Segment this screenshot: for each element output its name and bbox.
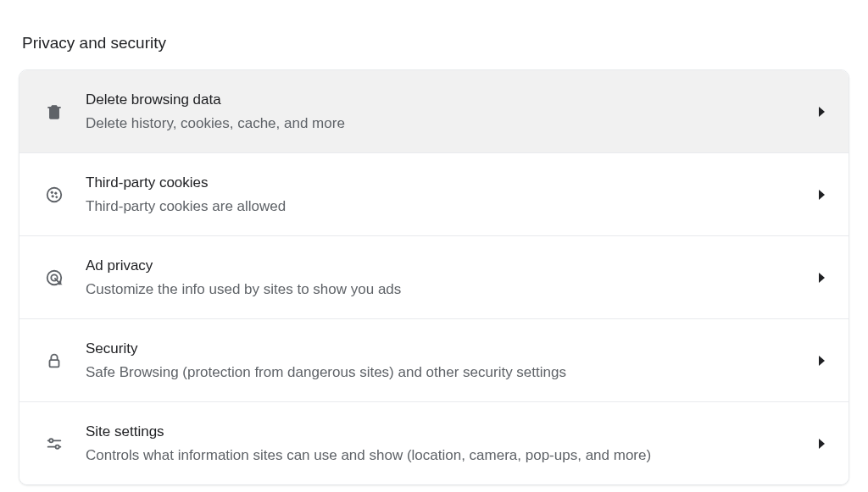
row-text-block: Security Safe Browsing (protection from … — [86, 338, 805, 383]
svg-point-2 — [55, 191, 57, 193]
svg-point-3 — [52, 195, 53, 196]
svg-point-11 — [56, 445, 59, 448]
row-text-block: Delete browsing data Delete history, coo… — [86, 89, 805, 134]
delete-browsing-data-row[interactable]: Delete browsing data Delete history, coo… — [19, 70, 849, 153]
lock-icon — [43, 350, 65, 372]
section-title: Privacy and security — [19, 34, 849, 53]
svg-point-0 — [47, 187, 62, 202]
row-title: Site settings — [86, 421, 805, 443]
trash-icon — [43, 101, 65, 123]
chevron-right-icon — [819, 439, 825, 449]
chevron-right-icon — [819, 107, 825, 117]
row-title: Security — [86, 338, 805, 360]
row-subtitle: Customize the info used by sites to show… — [86, 279, 805, 301]
ad-target-icon — [43, 267, 65, 289]
row-title: Third-party cookies — [86, 172, 805, 194]
third-party-cookies-row[interactable]: Third-party cookies Third-party cookies … — [19, 153, 849, 236]
svg-point-4 — [56, 196, 58, 197]
chevron-right-icon — [819, 190, 825, 200]
sliders-icon — [43, 433, 65, 455]
row-title: Delete browsing data — [86, 89, 805, 111]
row-text-block: Third-party cookies Third-party cookies … — [86, 172, 805, 217]
cookie-icon — [43, 184, 65, 206]
row-title: Ad privacy — [86, 255, 805, 277]
svg-point-9 — [49, 439, 53, 442]
chevron-right-icon — [819, 356, 825, 366]
chevron-right-icon — [819, 273, 825, 283]
row-subtitle: Controls what information sites can use … — [86, 445, 805, 467]
site-settings-row[interactable]: Site settings Controls what information … — [19, 402, 849, 484]
row-subtitle: Delete history, cookies, cache, and more — [86, 113, 805, 135]
privacy-security-card: Delete browsing data Delete history, coo… — [19, 69, 849, 485]
ad-privacy-row[interactable]: Ad privacy Customize the info used by si… — [19, 236, 849, 319]
security-row[interactable]: Security Safe Browsing (protection from … — [19, 319, 849, 402]
svg-point-1 — [51, 191, 53, 193]
row-text-block: Site settings Controls what information … — [86, 421, 805, 466]
row-subtitle: Safe Browsing (protection from dangerous… — [86, 362, 805, 384]
row-subtitle: Third-party cookies are allowed — [86, 196, 805, 218]
row-text-block: Ad privacy Customize the info used by si… — [86, 255, 805, 300]
svg-rect-7 — [50, 360, 59, 367]
